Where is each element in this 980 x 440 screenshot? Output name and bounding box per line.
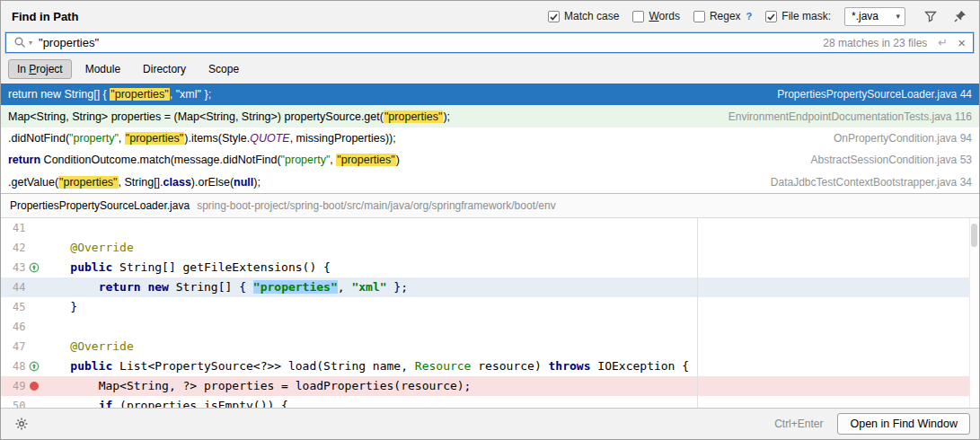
dialog-title: Find in Path (12, 10, 78, 23)
close-icon[interactable]: × (958, 36, 966, 49)
scope-tab-module[interactable]: Module (76, 59, 129, 79)
words-option[interactable]: Words (632, 10, 679, 22)
match-case-option[interactable]: Match case (548, 10, 619, 22)
editor-preview[interactable]: 4142 @Override43 public String[] getFile… (1, 218, 979, 408)
override-method-icon[interactable] (25, 356, 42, 376)
code-segment: } (42, 300, 77, 313)
line-number: 42 (1, 238, 25, 258)
words-checkbox[interactable] (632, 11, 644, 22)
editor-lines: 4142 @Override43 public String[] getFile… (1, 218, 979, 408)
search-input[interactable]: ▾ "properties" 28 matches in 23 files ↵ … (5, 32, 974, 53)
line-number: 48 (1, 356, 25, 376)
search-icon[interactable]: ▾ (13, 36, 32, 49)
code-segment: "xml" (351, 280, 386, 294)
scope-tab-in-project[interactable]: In Project (8, 59, 72, 79)
right-margin-guide (697, 218, 698, 408)
result-line-number: 116 (955, 110, 972, 123)
code-segment: public (70, 260, 112, 274)
code-segment: "properties" (110, 88, 169, 101)
pin-icon[interactable] (952, 8, 968, 24)
code-segment: "properties" (336, 154, 395, 166)
open-in-find-window-button[interactable]: Open in Find Window (837, 413, 970, 435)
code-segment: "properties" (253, 280, 338, 294)
line-number: 49 (1, 376, 25, 396)
code-segment: , (338, 280, 352, 294)
match-count-label: 28 matches in 23 files (823, 37, 927, 49)
results-list: return new String[] { "properties", "xml… (1, 84, 979, 193)
code-segment: String[] getFileExtensions() { (112, 260, 331, 274)
gutter-spacer (25, 297, 42, 317)
line-number: 47 (1, 337, 25, 356)
result-row[interactable]: Map<String, String> properties = (Map<St… (1, 105, 979, 127)
search-options: Match case Words Regex ? File mask: *.ja… (548, 7, 968, 26)
code-segment: "property" (281, 154, 331, 166)
result-file-name: EnvironmentEndpointDocumentationTests.ja… (728, 110, 952, 123)
scope-tab-directory[interactable]: Directory (134, 59, 195, 79)
result-snippet: return new String[] { "properties", "xml… (8, 88, 211, 101)
match-case-label: Match case (564, 10, 619, 22)
code-segment: @Override (70, 339, 133, 353)
preview-header: PropertiesPropertySourceLoader.java spri… (1, 193, 979, 218)
gutter-spacer (25, 337, 42, 356)
regex-help-icon[interactable]: ? (746, 11, 753, 22)
line-number: 41 (1, 218, 25, 238)
editor-line-49: 49 Map<String, ?> properties = loadPrope… (1, 376, 979, 396)
code-segment: ); (253, 176, 260, 189)
code-segment: "properties" (384, 110, 443, 123)
breakpoint-icon[interactable] (25, 376, 42, 396)
dialog-header: Find in Path Match case Words Regex ? Fi… (1, 1, 979, 31)
editor-line-41: 41 (1, 218, 979, 238)
scope-tab-scope[interactable]: Scope (199, 59, 248, 79)
regex-option[interactable]: Regex ? (693, 10, 752, 22)
editor-line-48: 48 public List<PropertySource<?>> load(S… (1, 356, 979, 376)
words-label: Words (649, 10, 679, 22)
filter-icon[interactable] (923, 8, 939, 24)
code-segment: Resource (415, 359, 472, 373)
result-row[interactable]: return new String[] { "properties", "xml… (1, 84, 979, 105)
file-mask-label: File mask: (781, 10, 831, 22)
override-method-icon[interactable] (25, 258, 42, 277)
match-case-checkbox[interactable] (548, 11, 560, 22)
code-segment: , String[]. (119, 176, 163, 189)
code-segment: null (234, 176, 253, 189)
result-row[interactable]: return ConditionOutcome.match(message.di… (1, 149, 979, 171)
result-location: DataJdbcTestContextBootstrapper.java 34 (756, 176, 972, 189)
code-segment: .getValue( (8, 176, 58, 189)
newline-icon[interactable]: ↵ (938, 36, 948, 49)
code-segment: class (163, 176, 191, 189)
file-mask-option[interactable]: File mask: (765, 10, 831, 22)
find-in-path-dialog: Find in Path Match case Words Regex ? Fi… (0, 0, 980, 440)
result-location: EnvironmentEndpointDocumentationTests.ja… (714, 110, 972, 123)
editor-line-50: 50 if (properties.isEmpty()) { (1, 396, 979, 408)
gutter-spacer (25, 277, 42, 297)
code-line: if (properties.isEmpty()) { (42, 396, 288, 408)
result-file-name: OnPropertyCondition.java (834, 132, 957, 145)
gutter-spacer (25, 238, 42, 258)
editor-scrollbar[interactable] (969, 218, 979, 408)
code-segment (42, 260, 70, 274)
code-segment: , (119, 132, 125, 145)
result-location: AbstractSessionCondition.java 53 (797, 154, 972, 166)
code-line: @Override (42, 238, 134, 258)
code-segment: ConditionOutcome.match(message.didNotFin… (40, 154, 280, 166)
shortcut-hint: Ctrl+Enter (774, 418, 823, 430)
settings-gear-icon[interactable] (13, 416, 30, 432)
result-row[interactable]: .getValue("properties", String[].class).… (1, 172, 979, 193)
result-line-number: 94 (960, 132, 972, 145)
preview-file-name: PropertiesPropertySourceLoader.java (10, 199, 190, 212)
line-number: 43 (1, 258, 25, 277)
gutter-spacer (25, 396, 42, 408)
gutter-spacer (25, 218, 42, 238)
regex-checkbox[interactable] (693, 11, 705, 22)
code-segment: throws (549, 359, 591, 373)
file-mask-checkbox[interactable] (765, 11, 777, 22)
code-segment: .didNotFind( (8, 132, 69, 145)
line-number: 46 (1, 317, 25, 337)
code-segment: resource) (471, 359, 548, 373)
code-segment: , "xml" }; (170, 88, 211, 101)
code-segment (42, 339, 70, 353)
result-row[interactable]: .didNotFind("property", "properties").it… (1, 128, 979, 149)
file-mask-combo[interactable]: *.java ▾ (844, 7, 905, 26)
chevron-down-icon: ▾ (896, 12, 900, 21)
scrollbar-thumb[interactable] (971, 224, 977, 247)
